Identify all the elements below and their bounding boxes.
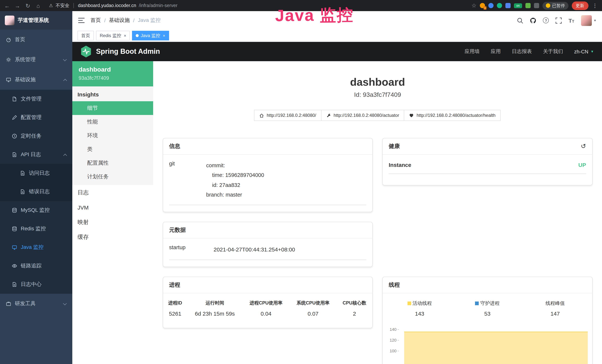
- extension-puzzle-icon[interactable]: [534, 3, 539, 8]
- yellow-square-icon: [407, 301, 411, 305]
- sba-nav-about[interactable]: 关于我们: [543, 48, 563, 55]
- sba-item-details[interactable]: 细节: [72, 101, 153, 115]
- topbar-actions: ? TT ▼: [517, 15, 596, 26]
- sidebar-item-config[interactable]: 配置管理: [0, 108, 72, 127]
- url-path: /infra/admin-server: [139, 3, 177, 8]
- blue-square-icon: [475, 301, 479, 305]
- close-icon[interactable]: ×: [124, 33, 126, 38]
- sba-item-environment[interactable]: 环境: [72, 129, 153, 142]
- extension-icon-3[interactable]: [497, 3, 502, 8]
- search-icon[interactable]: [517, 17, 523, 23]
- info-row-git: git commit: time: 1596289704000 id: 27aa…: [169, 156, 366, 205]
- logo-avatar: [5, 16, 14, 25]
- sidebar-item-dev-tools[interactable]: 研发工具: [0, 294, 72, 314]
- url-domain: dashboard.yudao.iocoder.cn: [78, 3, 136, 8]
- insights-label: Insights: [72, 86, 153, 101]
- smiley-icon: [546, 3, 550, 8]
- sba-nav-applications[interactable]: 应用: [491, 48, 501, 55]
- sidebar-item-api-log[interactable]: API 日志: [0, 145, 72, 164]
- threads-chart: 140 120 100: [385, 327, 589, 364]
- hamburger-icon[interactable]: [78, 17, 85, 23]
- page-subtitle: Id: 93a3fc7f7409: [163, 91, 592, 99]
- legend-live-threads: 活动线程 143: [386, 300, 454, 317]
- sba-item-config-props[interactable]: 配置属性: [72, 156, 153, 170]
- sba-nav-wallboard[interactable]: 应用墙: [465, 48, 480, 55]
- sba-item-classes[interactable]: 类: [72, 142, 153, 156]
- close-icon[interactable]: ×: [163, 33, 165, 38]
- reload-icon[interactable]: ↻: [24, 3, 31, 8]
- extension-badge: 1: [484, 6, 486, 10]
- extension-icon-1[interactable]: 1: [480, 3, 485, 8]
- briefcase-icon: [6, 301, 11, 306]
- address-bar[interactable]: ⚠ 不安全 dashboard.yudao.iocoder.cn/infra/a…: [49, 2, 177, 9]
- history-icon[interactable]: ↺: [581, 143, 586, 150]
- sidebar-item-system[interactable]: 系统管理: [0, 50, 72, 70]
- sba-header: Spring Boot Admin 应用墙 应用 日志报表 关于我们 zh-CN…: [72, 42, 602, 61]
- health-url-link[interactable]: http://192.168.0.2:48080/actuator/health: [404, 110, 501, 121]
- y-axis-tick: 100: [389, 348, 399, 353]
- bookmark-star-icon[interactable]: ☆: [472, 2, 476, 9]
- heart-icon: [409, 113, 414, 118]
- font-size-icon[interactable]: TT: [569, 18, 574, 23]
- chevron-down-icon: [63, 57, 67, 61]
- y-axis-tick: 120: [389, 338, 399, 342]
- user-menu[interactable]: ▼: [581, 15, 596, 26]
- threads-legend: 活动线程 143 守护进程 53 线程峰值: [386, 300, 589, 317]
- tab-java-monitor[interactable]: Java 监控 ×: [132, 31, 169, 40]
- card-title: 进程: [169, 281, 180, 288]
- sba-item-mappings[interactable]: 映射: [72, 215, 153, 230]
- sidebar-item-home[interactable]: 首页: [0, 30, 72, 50]
- extension-icon-2[interactable]: [488, 3, 494, 8]
- tab-home[interactable]: 首页: [77, 31, 94, 40]
- forward-icon[interactable]: →: [14, 3, 21, 8]
- actuator-url-link[interactable]: http://192.168.0.2:48080/actuator: [321, 110, 404, 121]
- home-icon: [259, 113, 264, 118]
- sidebar-item-infra[interactable]: 基础设施: [0, 70, 72, 90]
- extension-icon-4[interactable]: [505, 3, 511, 8]
- locale-select[interactable]: zh-CN ▼: [574, 49, 594, 54]
- sba-item-scheduled-tasks[interactable]: 计划任务: [72, 170, 153, 183]
- github-icon[interactable]: [530, 17, 536, 23]
- sidebar-item-jobs[interactable]: 定时任务: [0, 127, 72, 145]
- sidebar-item-error-log[interactable]: 错误日志: [0, 182, 72, 201]
- monitor-icon: [6, 77, 11, 82]
- gauge-icon: [6, 37, 11, 42]
- update-button[interactable]: 更新: [572, 1, 588, 10]
- sba-item-caches[interactable]: 缓存: [72, 230, 153, 244]
- fullscreen-icon[interactable]: [556, 17, 562, 23]
- instance-links: http://192.168.0.2:48080/ http://192.168…: [163, 110, 592, 121]
- breadcrumb: 首页 / 基础设施 / Java 监控: [90, 17, 161, 24]
- metadata-card: 元数据 startup 2021-04-27T00:44:31.254+08:0…: [163, 222, 373, 267]
- sidebar-item-redis[interactable]: Redis 监控: [0, 220, 72, 238]
- home-icon[interactable]: ⌂: [35, 3, 42, 8]
- breadcrumb-infra[interactable]: 基础设施: [109, 17, 130, 24]
- y-axis-tick: 140: [389, 327, 399, 331]
- health-row-instance: Instance UP: [389, 156, 586, 174]
- tab-redis-monitor[interactable]: Redis 监控 ×: [96, 31, 130, 40]
- sba-item-jvm[interactable]: JVM: [72, 200, 153, 215]
- security-label: 不安全: [56, 2, 70, 9]
- extension-on-icon[interactable]: on: [514, 3, 522, 8]
- sidebar-item-mysql[interactable]: MySQL 监控: [0, 201, 72, 220]
- back-icon[interactable]: ←: [4, 3, 10, 8]
- sidebar-item-tracing[interactable]: 链路追踪: [0, 257, 72, 275]
- breadcrumb-home[interactable]: 首页: [90, 17, 101, 24]
- sba-nav-journal[interactable]: 日志报表: [512, 48, 532, 55]
- sba-sidebar: dashboard 93a3fc7f7409 Insights 细节 性能 环境…: [72, 61, 153, 364]
- file-icon: [12, 96, 17, 102]
- service-url-link[interactable]: http://192.168.0.2:48080/: [254, 110, 321, 121]
- sidebar-menu: 首页 系统管理 基础设施 文件管理 配置管理: [0, 30, 72, 314]
- sidebar-item-files[interactable]: 文件管理: [0, 90, 72, 108]
- paused-badge[interactable]: 已暂停: [542, 2, 568, 10]
- extension-icon-6[interactable]: [526, 3, 531, 8]
- caret-down-icon: ▼: [591, 50, 594, 54]
- sidebar-item-log-center[interactable]: 日志中心: [0, 275, 72, 294]
- help-icon[interactable]: ?: [543, 17, 549, 23]
- app-logo: 芋道管理系统: [0, 11, 72, 30]
- sidebar-item-java-monitor[interactable]: Java 监控: [0, 238, 72, 257]
- sba-instance-block[interactable]: dashboard 93a3fc7f7409: [72, 61, 153, 86]
- sidebar-item-access-log[interactable]: 访问日志: [0, 164, 72, 182]
- sba-item-performance[interactable]: 性能: [72, 115, 153, 129]
- browser-menu-icon[interactable]: ⋮: [592, 3, 598, 9]
- sba-item-logs[interactable]: 日志: [72, 185, 153, 200]
